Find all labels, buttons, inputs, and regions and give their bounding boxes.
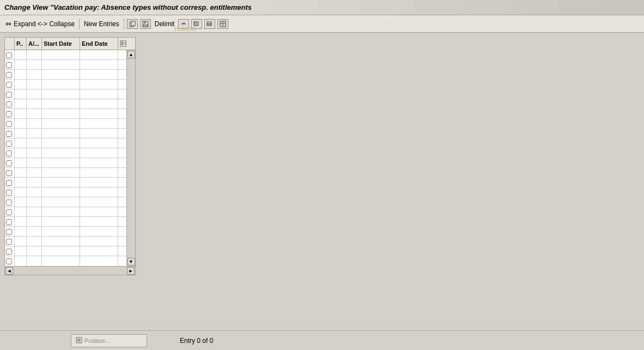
cell-end: [80, 148, 118, 158]
table-row: [5, 80, 127, 89]
cell-end: [80, 80, 118, 89]
cell-start: [42, 237, 80, 246]
header-p-col[interactable]: P..: [15, 38, 27, 50]
expand-collapse-label: Expand <-> Collapse: [14, 20, 75, 28]
cell-checkbox[interactable]: [5, 178, 15, 188]
header-icon-col: [118, 38, 128, 50]
horizontal-scrollbar[interactable]: ◄ ►: [5, 266, 135, 275]
new-entries-label: New Entries: [84, 20, 119, 28]
save-icon-button[interactable]: [140, 19, 151, 29]
cell-checkbox[interactable]: [5, 237, 15, 246]
cell-end: [80, 50, 118, 60]
cell-checkbox[interactable]: [5, 207, 15, 217]
cell-start: [42, 246, 80, 256]
expand-icon: ⇔: [5, 20, 11, 28]
cell-checkbox[interactable]: [5, 256, 15, 266]
cell-end: [80, 197, 118, 207]
cell-checkbox[interactable]: [5, 89, 15, 99]
cell-checkbox[interactable]: [5, 158, 15, 168]
cell-p: [15, 109, 27, 119]
cell-end: [80, 158, 118, 168]
cell-checkbox[interactable]: [5, 119, 15, 129]
cell-end: [80, 138, 118, 148]
cell-start: [42, 168, 80, 178]
header-start-col[interactable]: Start Date: [42, 38, 80, 50]
cell-checkbox[interactable]: [5, 168, 15, 178]
scroll-up-arrow[interactable]: ▲: [127, 51, 135, 58]
table-row: [5, 197, 127, 207]
new-entries-button[interactable]: New Entries: [82, 19, 121, 29]
position-icon: [76, 337, 82, 345]
col-p-label: P..: [16, 40, 23, 47]
cell-checkbox[interactable]: [5, 60, 15, 70]
cell-p: [15, 237, 27, 246]
cell-start: [42, 188, 80, 197]
cell-start: [42, 60, 80, 70]
cell-checkbox[interactable]: [5, 217, 15, 227]
cell-a: [27, 178, 42, 188]
cell-end: [80, 256, 118, 266]
svg-rect-14: [120, 41, 126, 46]
cell-p: [15, 50, 27, 60]
cell-start: [42, 119, 80, 129]
cell-checkbox[interactable]: [5, 148, 15, 158]
cell-checkbox[interactable]: [5, 50, 15, 60]
table-body: ▲ ▼: [5, 50, 135, 266]
position-placeholder: Position...: [84, 337, 111, 344]
header-checkbox-col: [5, 38, 15, 50]
cell-checkbox[interactable]: [5, 129, 15, 138]
expand-collapse-button[interactable]: ⇔ Expand <-> Collapse: [3, 19, 77, 29]
table-row: [5, 109, 127, 119]
cell-start: [42, 129, 80, 138]
delimit-button[interactable]: Delimit: [153, 19, 177, 29]
cell-p: [15, 217, 27, 227]
header-end-col[interactable]: End Date: [80, 38, 118, 50]
col-start-label: Start Date: [44, 40, 72, 47]
cell-checkbox[interactable]: [5, 99, 15, 109]
cell-start: [42, 197, 80, 207]
table-row: [5, 237, 127, 246]
cell-checkbox[interactable]: [5, 246, 15, 256]
cell-a: [27, 60, 42, 70]
cell-a: [27, 99, 42, 109]
cell-a: [27, 50, 42, 60]
cell-start: [42, 227, 80, 237]
table-row: [5, 119, 127, 129]
cell-p: [15, 227, 27, 237]
vertical-scrollbar[interactable]: ▲ ▼: [126, 50, 135, 266]
scroll-down-arrow[interactable]: ▼: [127, 258, 135, 265]
table-row: [5, 256, 127, 266]
table-row: [5, 217, 127, 227]
cell-checkbox[interactable]: [5, 188, 15, 197]
cell-end: [80, 178, 118, 188]
main-content: P.. A/... Start Date End Date: [0, 33, 644, 335]
cell-checkbox[interactable]: [5, 80, 15, 89]
cell-a: [27, 246, 42, 256]
cell-a: [27, 89, 42, 99]
grid-icon[interactable]: [217, 19, 228, 29]
cell-a: [27, 168, 42, 178]
scroll-right-arrow[interactable]: ►: [127, 267, 135, 275]
cell-end: [80, 99, 118, 109]
svg-rect-3: [144, 21, 146, 23]
cell-checkbox[interactable]: [5, 138, 15, 148]
table-row: [5, 99, 127, 109]
position-button[interactable]: Position...: [71, 334, 147, 347]
cell-start: [42, 207, 80, 217]
scroll-left-arrow[interactable]: ◄: [5, 267, 13, 275]
cell-a: [27, 256, 42, 266]
copy-icon-button[interactable]: [127, 19, 138, 29]
cell-checkbox[interactable]: [5, 109, 15, 119]
watermark: rt.com: [174, 25, 196, 33]
cell-checkbox[interactable]: [5, 197, 15, 207]
cell-checkbox[interactable]: [5, 70, 15, 80]
cell-start: [42, 89, 80, 99]
export-icon[interactable]: [204, 19, 215, 29]
header-a-col[interactable]: A/...: [27, 38, 42, 50]
cell-checkbox[interactable]: [5, 227, 15, 237]
cell-a: [27, 158, 42, 168]
table-row: [5, 168, 127, 178]
cell-end: [80, 119, 118, 129]
cell-start: [42, 158, 80, 168]
table-row: [5, 207, 127, 217]
